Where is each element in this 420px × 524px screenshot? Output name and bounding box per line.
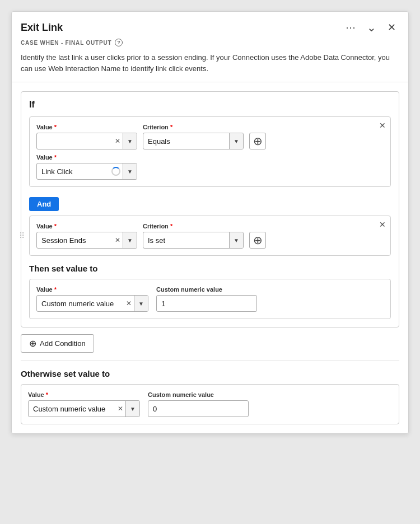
condition1-row2: Value * Link Click ▼ xyxy=(36,154,384,180)
otherwise-custom-input-wrapper: ▲ ▼ xyxy=(148,400,249,417)
condition-row-1: ✕ Value * ✕ ▼ xyxy=(29,116,391,187)
then-label: Then set value to xyxy=(29,264,391,273)
condition1-value-input[interactable] xyxy=(37,137,113,146)
otherwise-fields-row: Value * Custom numeric value ✕ ▼ Custom … xyxy=(28,391,392,417)
then-value-value: Custom numeric value xyxy=(37,300,124,308)
condition1-criterion-label: Criterion * xyxy=(143,124,244,130)
then-custom-input[interactable] xyxy=(157,296,257,311)
otherwise-value-clear[interactable]: ✕ xyxy=(115,405,125,413)
if-block: If ✕ Value * ✕ ▼ xyxy=(21,91,399,328)
condition2-add-button[interactable]: ⊕ xyxy=(249,232,266,249)
condition1-criterion-value: Equals xyxy=(143,137,229,146)
condition1-add-button[interactable]: ⊕ xyxy=(249,133,266,149)
condition1-criterion-group: Criterion * Equals ▼ xyxy=(143,124,244,149)
otherwise-fields-box: Value * Custom numeric value ✕ ▼ Custom … xyxy=(21,384,399,424)
help-icon[interactable]: ? xyxy=(115,39,123,46)
condition2-value-value: Session Ends xyxy=(37,236,113,245)
condition-row-2: ✕ Value * Session Ends ✕ ▼ xyxy=(29,216,391,256)
drag-handle[interactable]: ⠿ xyxy=(19,231,25,240)
then-section: Then set value to Value * Custom numeric… xyxy=(29,264,391,319)
condition1-value2-label: Value * xyxy=(36,154,137,161)
otherwise-value-value: Custom numeric value xyxy=(29,405,115,413)
then-custom-input-wrapper: ▲ ▼ xyxy=(156,295,257,312)
and-button[interactable]: And xyxy=(29,197,59,211)
condition2-close-button[interactable]: ✕ xyxy=(379,221,386,228)
header-actions: ⋯ ⌄ ✕ xyxy=(342,20,399,35)
then-value-group: Value * Custom numeric value ✕ ▼ xyxy=(36,286,148,312)
description: Identify the last link a user clicks pri… xyxy=(12,49,408,82)
condition2-fields: Value * Session Ends ✕ ▼ Criterio xyxy=(36,223,384,249)
otherwise-value-chevron[interactable]: ▼ xyxy=(125,401,139,417)
condition2-value-label: Value * xyxy=(36,223,137,230)
condition1-value-clear[interactable]: ✕ xyxy=(113,137,123,145)
then-value-label: Value * xyxy=(36,286,148,293)
condition2-value-select[interactable]: Session Ends ✕ ▼ xyxy=(36,232,137,249)
close-icon: ✕ xyxy=(388,21,396,34)
panel-title: Exit Link xyxy=(21,22,63,34)
plus-circle-icon: ⊕ xyxy=(253,233,263,247)
exit-link-panel: Exit Link ⋯ ⌄ ✕ CASE WHEN - FINAL OUTPUT… xyxy=(11,11,409,434)
then-value-select[interactable]: Custom numeric value ✕ ▼ xyxy=(36,295,148,312)
then-custom-group: Custom numeric value ▲ ▼ xyxy=(156,286,257,312)
condition2-value-group: Value * Session Ends ✕ ▼ xyxy=(36,223,137,249)
then-custom-label: Custom numeric value xyxy=(156,286,257,293)
close-icon: ✕ xyxy=(379,220,386,229)
otherwise-custom-input[interactable] xyxy=(148,401,249,417)
close-icon: ✕ xyxy=(379,121,386,130)
condition1-close-button[interactable]: ✕ xyxy=(379,121,386,129)
plus-circle-icon: ⊕ xyxy=(29,338,36,349)
if-label: If xyxy=(29,100,391,110)
otherwise-custom-label: Custom numeric value xyxy=(148,391,249,398)
condition1-value2-chevron[interactable]: ▼ xyxy=(123,163,137,179)
condition1-value2-group: Value * Link Click ▼ xyxy=(36,154,137,180)
condition2-value-clear[interactable]: ✕ xyxy=(113,236,123,244)
collapse-button[interactable]: ⌄ xyxy=(363,20,380,35)
condition1-value2-select[interactable]: Link Click ▼ xyxy=(36,163,137,180)
condition2-wrapper: ⠿ ✕ Value * Session Ends xyxy=(29,216,391,256)
panel-header: Exit Link ⋯ ⌄ ✕ xyxy=(12,12,408,39)
condition2-criterion-chevron[interactable]: ▼ xyxy=(229,232,243,248)
condition1-value2-value: Link Click xyxy=(37,167,109,176)
condition2-criterion-group: Criterion * Is set ▼ xyxy=(143,223,244,249)
condition2-criterion-select[interactable]: Is set ▼ xyxy=(143,232,244,249)
then-value-chevron[interactable]: ▼ xyxy=(134,296,148,311)
condition1-value-label: Value * xyxy=(36,124,137,130)
otherwise-value-group: Value * Custom numeric value ✕ ▼ xyxy=(28,391,140,417)
condition1-value-select[interactable]: ✕ ▼ xyxy=(36,133,137,149)
more-icon: ⋯ xyxy=(346,21,356,34)
add-condition-button[interactable]: ⊕ Add Condition xyxy=(21,334,94,353)
plus-circle-icon: ⊕ xyxy=(253,134,263,148)
more-options-button[interactable]: ⋯ xyxy=(342,20,359,35)
otherwise-label: Otherwise set value to xyxy=(21,369,399,378)
loading-spinner xyxy=(111,167,120,176)
condition2-value-chevron[interactable]: ▼ xyxy=(123,232,137,248)
otherwise-value-select[interactable]: Custom numeric value ✕ ▼ xyxy=(28,400,140,417)
condition2-criterion-label: Criterion * xyxy=(143,223,244,230)
condition1-value-chevron[interactable]: ▼ xyxy=(123,133,137,149)
then-fields-row: Value * Custom numeric value ✕ ▼ Custom … xyxy=(36,286,384,312)
condition1-value-group: Value * ✕ ▼ xyxy=(36,124,137,149)
then-fields-box: Value * Custom numeric value ✕ ▼ Custom … xyxy=(29,279,391,319)
condition1-criterion-chevron[interactable]: ▼ xyxy=(229,133,243,149)
otherwise-value-label: Value * xyxy=(28,391,140,398)
panel-body: If ✕ Value * ✕ ▼ xyxy=(12,82,408,433)
otherwise-custom-group: Custom numeric value ▲ ▼ xyxy=(148,391,249,417)
condition1-criterion-select[interactable]: Equals ▼ xyxy=(143,133,244,149)
divider xyxy=(21,361,399,361)
chevron-down-icon: ⌄ xyxy=(367,21,376,34)
close-button[interactable]: ✕ xyxy=(384,20,399,35)
condition2-criterion-value: Is set xyxy=(143,236,229,245)
subtitle: CASE WHEN - FINAL OUTPUT ? xyxy=(12,39,408,49)
then-value-clear[interactable]: ✕ xyxy=(124,300,134,307)
